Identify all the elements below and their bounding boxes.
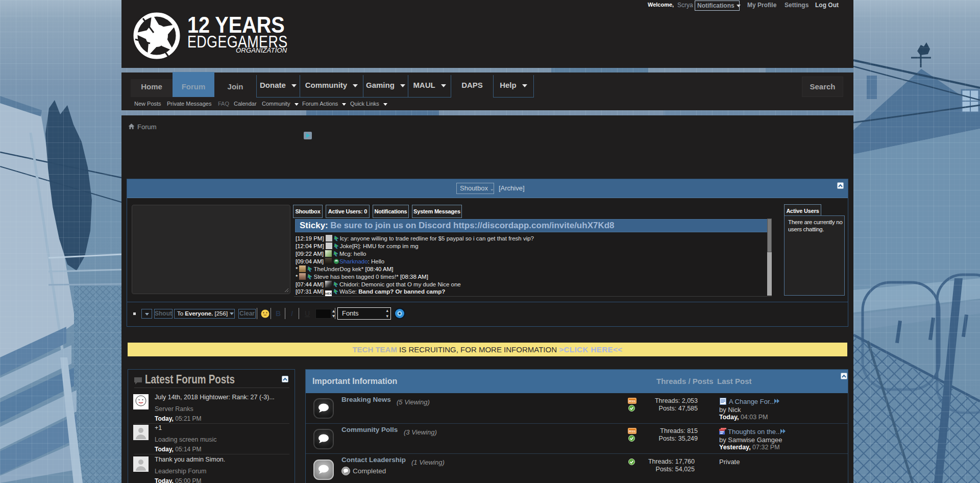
svg-text:RSS: RSS (629, 430, 635, 433)
svg-text:RSS: RSS (629, 400, 635, 403)
